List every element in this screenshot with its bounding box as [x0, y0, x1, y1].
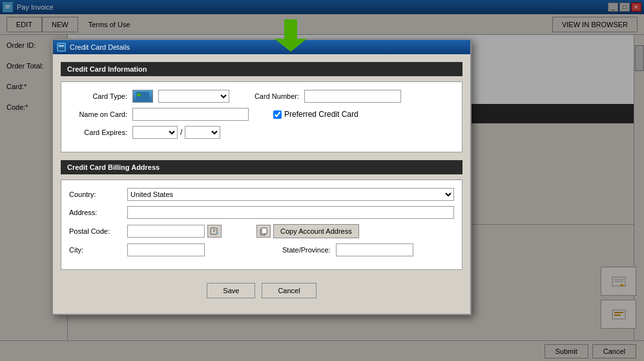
- main-window: Pay Invoice _ □ ✕ EDIT NEW Terms of Use …: [0, 0, 644, 361]
- country-label: Country:: [69, 191, 127, 198]
- copy-account-address-button[interactable]: Copy Account Address: [273, 224, 359, 238]
- expires-controls: /: [132, 126, 220, 139]
- city-province-row: City: State/Province:: [69, 243, 454, 256]
- modal-icon: [57, 43, 66, 52]
- billing-section-header: Credit Card Billing Address: [61, 160, 462, 174]
- name-on-card-label: Name on Card:: [69, 110, 127, 118]
- cc-info-section-content: Card Type: Visa Mastercard American Expr…: [61, 81, 462, 152]
- state-province-input[interactable]: [336, 243, 413, 256]
- name-on-card-input[interactable]: [132, 108, 249, 121]
- card-number-label: Card Number:: [234, 92, 299, 100]
- modal-title-bar: Credit Card Details: [53, 40, 470, 54]
- svg-rect-14: [59, 45, 64, 46]
- postal-code-input[interactable]: [127, 225, 205, 238]
- expires-month-select[interactable]: [132, 126, 178, 139]
- postal-copy-icon-button[interactable]: [256, 225, 271, 238]
- svg-rect-16: [137, 94, 141, 96]
- expires-year-select[interactable]: [185, 126, 220, 139]
- modal-overlay: Credit Card Details Credit Card Informat…: [0, 0, 644, 361]
- postal-code-label: Postal Code:: [69, 227, 127, 235]
- state-province-label: State/Province:: [282, 246, 331, 254]
- modal-body: Credit Card Information Card Type: Visa …: [53, 54, 470, 314]
- card-number-input[interactable]: [304, 90, 401, 103]
- postal-row: Postal Code:: [69, 224, 454, 238]
- country-row: Country: United States Canada United Kin…: [69, 188, 454, 201]
- save-button[interactable]: Save: [207, 283, 255, 298]
- svg-rect-22: [262, 228, 267, 234]
- modal-footer: Save Cancel: [61, 278, 462, 306]
- cc-info-section-header: Credit Card Information: [61, 62, 462, 76]
- billing-section-content: Country: United States Canada United Kin…: [61, 180, 462, 270]
- preferred-checkbox[interactable]: [273, 110, 282, 119]
- address-row: Address:: [69, 206, 454, 219]
- expires-separator: /: [180, 128, 182, 137]
- credit-card-modal: Credit Card Details Credit Card Informat…: [52, 39, 472, 315]
- expires-row: Card Expires: /: [69, 126, 454, 139]
- postal-search-button[interactable]: [207, 225, 222, 238]
- preferred-label-text: Preferred Credit Card: [284, 110, 358, 119]
- preferred-checkbox-label: Preferred Credit Card: [273, 110, 358, 119]
- card-expires-label: Card Expires:: [69, 129, 127, 136]
- card-type-icon: [132, 90, 153, 103]
- card-type-label: Card Type:: [69, 92, 127, 100]
- country-select[interactable]: United States Canada United Kingdom: [127, 188, 454, 201]
- cancel-button[interactable]: Cancel: [262, 283, 316, 298]
- city-label: City:: [69, 246, 127, 254]
- svg-marker-20: [217, 232, 218, 234]
- address-input[interactable]: [127, 206, 454, 219]
- postal-group: Copy Account Address: [127, 224, 454, 238]
- modal-title: Credit Card Details: [70, 43, 130, 51]
- card-type-select[interactable]: Visa Mastercard American Express: [158, 90, 229, 103]
- address-label: Address:: [69, 209, 127, 216]
- city-input[interactable]: [127, 243, 205, 256]
- name-row: Name on Card: Preferred Credit Card: [69, 108, 454, 121]
- card-type-row: Card Type: Visa Mastercard American Expr…: [69, 90, 454, 103]
- svg-marker-11: [275, 19, 307, 52]
- svg-rect-13: [58, 48, 65, 50]
- green-arrow: [271, 19, 310, 54]
